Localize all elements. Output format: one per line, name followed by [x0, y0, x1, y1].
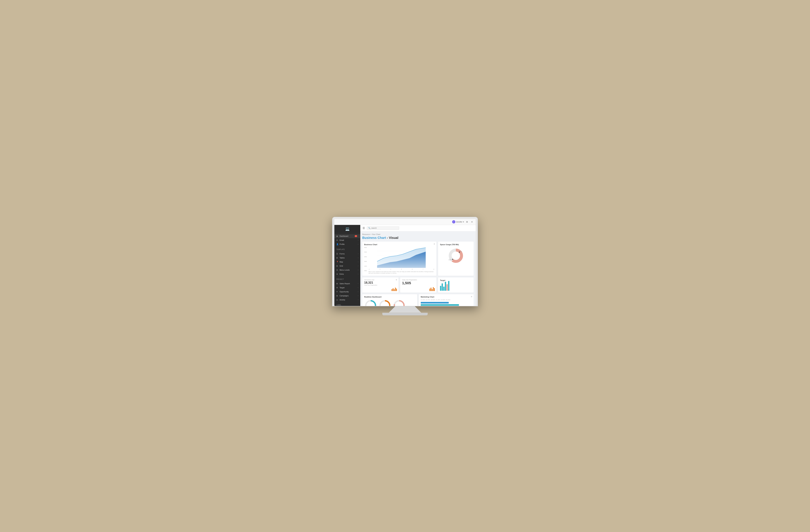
- project-section-label: Project: [334, 277, 360, 281]
- profile-icon: 👤: [336, 243, 339, 245]
- sidebar-item-tables[interactable]: ⊞ Tables ‹: [334, 256, 360, 260]
- bar: [433, 287, 434, 291]
- breadcrumb: Resource > Your Chart: [362, 233, 474, 235]
- sidebar-item-label: Grid: [340, 265, 343, 267]
- bar: [396, 289, 397, 291]
- sidebar-item-extra[interactable]: ★ Extra ‹: [334, 272, 360, 276]
- target-bars: [440, 283, 472, 291]
- main-content: Resource > Your Chart Business Chart - V…: [360, 231, 476, 306]
- pct-bars: [421, 302, 472, 306]
- search-input[interactable]: [371, 227, 398, 229]
- space-usage-card: Space Usage (750 Mb) 370 Mb: [438, 242, 474, 276]
- sidebar-template-section: ☰ Forms ‹ ⊞ Tables ‹: [334, 251, 360, 277]
- sidebar-item-label: Extra: [340, 273, 344, 275]
- forms-icon: ☰: [336, 253, 339, 255]
- x-axis-labels: 2345678: [368, 269, 435, 270]
- sidebar-item-map[interactable]: 📍 Map ‹: [334, 260, 360, 264]
- campaigns-icon: ⊞: [336, 295, 339, 297]
- chevron-icon: ‹: [358, 273, 358, 275]
- business-chart-title: Business Chart: [364, 244, 435, 245]
- sidebar-item-opportunity[interactable]: ✈ Opportunity ‹: [334, 290, 360, 294]
- sidebar-item-email[interactable]: ✉ Email ‹: [334, 238, 360, 242]
- pct-bar: [421, 302, 449, 304]
- gauge-svg-3: [393, 299, 406, 306]
- sidebar-item-dashboard[interactable]: ◉ Dashboard 7 ‹: [334, 234, 360, 238]
- sidebar-item-label: Map: [340, 261, 343, 263]
- sales-icon: ⊞: [336, 283, 339, 285]
- sidebar-main-section: ◉ Dashboard 7 ‹ ✉ Email: [334, 233, 360, 247]
- page-title: Business Chart - Visual: [362, 236, 474, 240]
- sidebar-project-section: ⊞ Sales Report ‹ ⚙ Target ‹: [334, 281, 360, 303]
- sidebar-item-label: Forms: [340, 253, 344, 255]
- sidebar-item-label: Sales Report: [340, 283, 350, 285]
- target-title: Target: [440, 279, 472, 281]
- bar: [443, 287, 444, 291]
- y-axis-labels: 5MS 4MS 3MS 2MS 1MS 0MS: [364, 247, 368, 274]
- search-bar[interactable]: 🔍: [367, 226, 399, 230]
- bar: [434, 288, 435, 291]
- chevron-icon: ‹: [358, 253, 358, 255]
- user-pill[interactable]: J Jennifer ▾: [452, 220, 464, 224]
- template-section-label: Template: [334, 247, 360, 251]
- bar: [394, 289, 395, 291]
- bar: [395, 288, 396, 291]
- sidebar: 💻 ◉ Dashboard 7 ‹: [334, 225, 360, 306]
- interactive-user-sublabel: Total User Registration: [364, 285, 396, 286]
- chevron-icon: ‹: [358, 235, 358, 237]
- sidebar-item-label: Menu Levels: [340, 269, 350, 271]
- sidebar-item-campaigns[interactable]: ⊞ Campaigns ‹: [334, 294, 360, 298]
- hamburger-icon[interactable]: ☰: [362, 227, 365, 230]
- stat-card-daily: Daily User Registration 1,505: [400, 277, 436, 293]
- bottom-row: Realtime Dashboard Gauge 1: [362, 294, 474, 306]
- close-icon[interactable]: ✕: [395, 279, 397, 281]
- gear-icon[interactable]: ⚙: [465, 220, 469, 224]
- monitor-screen: J Jennifer ▾ ⚙ ✕ 💻 ◉: [334, 219, 476, 306]
- sidebar-item-label: Campaigns: [340, 295, 349, 297]
- bar: [447, 284, 448, 291]
- chevron-icon: ‹: [358, 269, 358, 271]
- sidebar-item-sales-report[interactable]: ⊞ Sales Report ‹: [334, 281, 360, 286]
- chevron-icon: ‹: [358, 283, 358, 285]
- chevron-icon: ‹: [358, 239, 358, 241]
- sidebar-item-label: Target: [340, 287, 344, 289]
- chevron-icon: ‹: [358, 261, 358, 263]
- marketing-title: Marketing Chart: [421, 296, 472, 298]
- bar: [448, 281, 449, 291]
- sidebar-item-label: Tables: [340, 257, 345, 259]
- svg-text:available: available: [449, 260, 451, 261]
- donut-container: 370 Mb used 250 Mb available: [440, 247, 472, 264]
- sidebar-item-profile[interactable]: 👤 Profile ‹: [334, 242, 360, 246]
- sidebar-item-menu-levels[interactable]: ☰ Menu Levels ‹: [334, 268, 360, 272]
- settings-icon[interactable]: ✕: [470, 220, 474, 224]
- stat-daily-number: 1,505: [402, 281, 435, 285]
- sidebar-item-target[interactable]: ⚙ Target ‹: [334, 286, 360, 290]
- sidebar-item-activity[interactable]: ◎ Activity ‹: [334, 298, 360, 302]
- laptop-icon: 💻: [345, 227, 350, 231]
- opportunity-icon: ✈: [336, 291, 339, 293]
- business-chart-card: Business Chart ✕ 5MS 4MS 3MS 2MS 1MS: [362, 242, 436, 276]
- sidebar-item-label: Email: [340, 239, 344, 241]
- marketing-card: ✕ Marketing Chart 31.25% 43.75% 38.50% 4…: [419, 294, 474, 306]
- mini-bar-chart-stat: [430, 286, 435, 291]
- monitor-base: [382, 313, 428, 315]
- extra-icon: ★: [336, 273, 339, 275]
- close-icon[interactable]: ✕: [471, 295, 472, 298]
- app-layout: 💻 ◉ Dashboard 7 ‹: [334, 225, 476, 306]
- sidebar-item-grid[interactable]: ⊞ Grid ‹: [334, 264, 360, 268]
- monitor-wrapper: J Jennifer ▾ ⚙ ✕ 💻 ◉: [332, 217, 478, 315]
- pct-bar: [421, 304, 459, 306]
- bar: [445, 282, 446, 291]
- close-icon[interactable]: ✕: [434, 243, 435, 245]
- toolbar: ☰ 🔍: [360, 225, 476, 231]
- chevron-icon: ‹: [358, 291, 358, 292]
- monitor-frame: J Jennifer ▾ ⚙ ✕ 💻 ◉: [332, 217, 478, 306]
- pct-bar-row: [421, 304, 472, 306]
- bar: [440, 286, 441, 291]
- chevron-icon: ‹: [358, 295, 358, 296]
- target-card: Target: [438, 277, 474, 293]
- page-title-text: Business Chart: [362, 236, 386, 240]
- dashboard-icon: ◉: [336, 235, 339, 237]
- sidebar-item-label: Activity: [340, 299, 345, 301]
- sidebar-item-forms[interactable]: ☰ Forms ‹: [334, 252, 360, 256]
- chevron-icon: ‹: [358, 265, 358, 267]
